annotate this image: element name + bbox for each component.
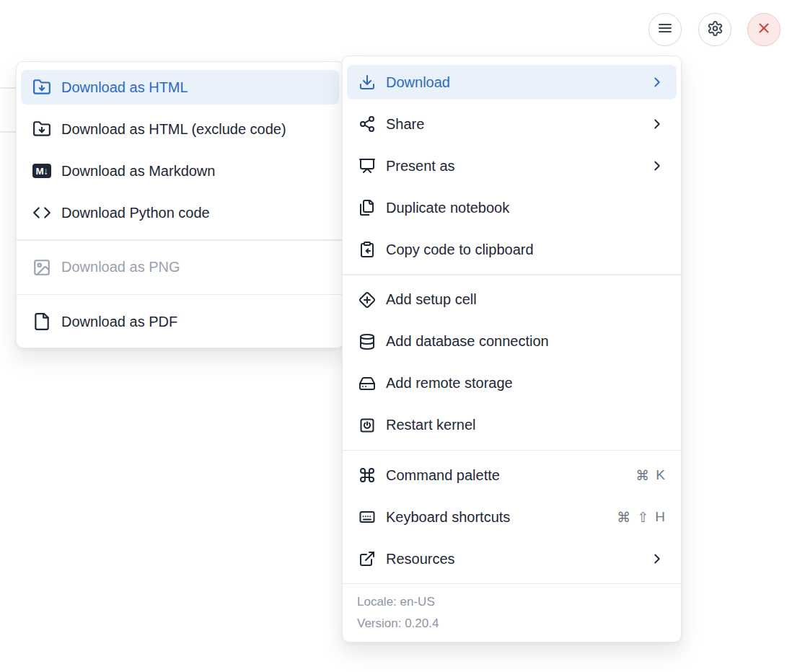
download-icon [358, 74, 376, 91]
submenu-item-download-png: Download as PNG [21, 250, 339, 285]
clipboard-arrow-icon [358, 241, 376, 258]
code-icon [32, 203, 51, 222]
menu-item-label: Download as PDF [61, 314, 327, 330]
menu-button[interactable] [648, 13, 682, 46]
menu-item-restart-kernel[interactable]: Restart kernel [347, 408, 677, 443]
chevron-right-icon [649, 116, 665, 132]
menu-item-label: Present as [386, 158, 639, 174]
menu-item-label: Download [386, 74, 639, 91]
menu-item-label: Keyboard shortcuts [386, 509, 607, 526]
close-button[interactable] [747, 13, 780, 46]
shortcut-key: ⌘ [635, 467, 649, 484]
submenu-list: Download as HTML Download as HTML (exclu… [17, 62, 343, 348]
file-icon [32, 312, 51, 331]
background-cell-border [0, 87, 16, 89]
shortcut-key: K [656, 467, 665, 484]
background-cell-border [0, 131, 16, 133]
menu-item-resources[interactable]: Resources [347, 541, 677, 576]
chevron-right-icon [649, 158, 665, 174]
submenu-item-download-pdf[interactable]: Download as PDF [21, 304, 339, 339]
submenu-item-download-html-exclude-code[interactable]: Download as HTML (exclude code) [21, 112, 339, 146]
download-submenu: Download as HTML Download as HTML (exclu… [16, 61, 344, 348]
menu-item-command-palette[interactable]: Command palette ⌘ K [347, 458, 677, 492]
presentation-icon [358, 157, 376, 174]
external-link-icon [358, 550, 376, 567]
chevron-right-icon [649, 74, 665, 90]
menu-footer: Locale: en-US Version: 0.20.4 [343, 583, 681, 642]
menu-item-duplicate-notebook[interactable]: Duplicate notebook [347, 190, 677, 225]
shortcut-key: ⌘ [617, 509, 630, 526]
menu-item-label: Command palette [386, 467, 625, 484]
keyboard-icon [358, 508, 376, 526]
menu-item-add-remote-storage[interactable]: Add remote storage [347, 366, 677, 401]
keyboard-shortcut: ⌘ K [635, 467, 665, 484]
menu-item-label: Download as HTML [61, 79, 327, 96]
database-icon [358, 333, 376, 350]
menu-item-add-database-connection[interactable]: Add database connection [347, 324, 677, 359]
notebook-actions-menu: Download Share Present as Duplicate note… [342, 56, 682, 642]
folder-down-icon [32, 120, 51, 138]
gear-icon [707, 20, 723, 40]
share-icon [358, 115, 376, 133]
duplicate-pages-icon [358, 199, 376, 216]
menu-divider [343, 274, 681, 275]
version-text: Version: 0.20.4 [357, 614, 667, 633]
menu-divider [343, 450, 681, 451]
menu-item-label: Add remote storage [386, 375, 665, 392]
menu-item-download[interactable]: Download [347, 65, 677, 100]
menu-divider [17, 239, 343, 241]
close-icon [756, 20, 772, 39]
menu-item-label: Download as HTML (exclude code) [61, 121, 327, 138]
locale-text: Locale: en-US [357, 593, 667, 611]
menu-divider [17, 294, 343, 296]
hard-drive-icon [358, 375, 376, 392]
menu-item-label: Restart kernel [386, 417, 665, 433]
submenu-item-download-python[interactable]: Download Python code [21, 195, 339, 230]
shortcut-key: H [655, 509, 665, 526]
chevron-right-icon [649, 551, 665, 567]
command-icon [358, 467, 376, 484]
folder-down-icon [32, 78, 51, 97]
menu-item-label: Add database connection [386, 333, 665, 350]
menu-item-label: Share [386, 116, 639, 133]
settings-button[interactable] [698, 13, 731, 46]
menu-item-label: Copy code to clipboard [386, 242, 665, 258]
markdown-badge-text: M↓ [32, 164, 51, 178]
submenu-item-download-markdown[interactable]: M↓ Download as Markdown [21, 154, 339, 188]
menu-item-label: Download Python code [61, 205, 327, 221]
image-icon [32, 258, 51, 277]
menu-list: Download Share Present as Duplicate note… [343, 56, 681, 583]
submenu-item-download-html[interactable]: Download as HTML [21, 70, 339, 105]
power-square-icon [358, 417, 376, 434]
markdown-badge-icon: M↓ [32, 162, 51, 180]
hamburger-icon [656, 19, 674, 40]
menu-item-label: Duplicate notebook [386, 200, 665, 216]
shortcut-key: ⇧ [637, 509, 648, 526]
menu-item-label: Add setup cell [386, 291, 665, 308]
menu-item-share[interactable]: Share [347, 107, 677, 141]
diamond-plus-icon [358, 291, 376, 309]
menu-item-label: Resources [386, 551, 639, 567]
keyboard-shortcut: ⌘ ⇧ H [617, 509, 665, 526]
menu-item-present-as[interactable]: Present as [347, 149, 677, 183]
menu-item-add-setup-cell[interactable]: Add setup cell [347, 283, 677, 317]
menu-item-keyboard-shortcuts[interactable]: Keyboard shortcuts ⌘ ⇧ H [347, 500, 677, 534]
menu-item-label: Download as PNG [61, 259, 327, 275]
menu-item-label: Download as Markdown [61, 163, 327, 180]
menu-item-copy-code[interactable]: Copy code to clipboard [347, 232, 677, 267]
